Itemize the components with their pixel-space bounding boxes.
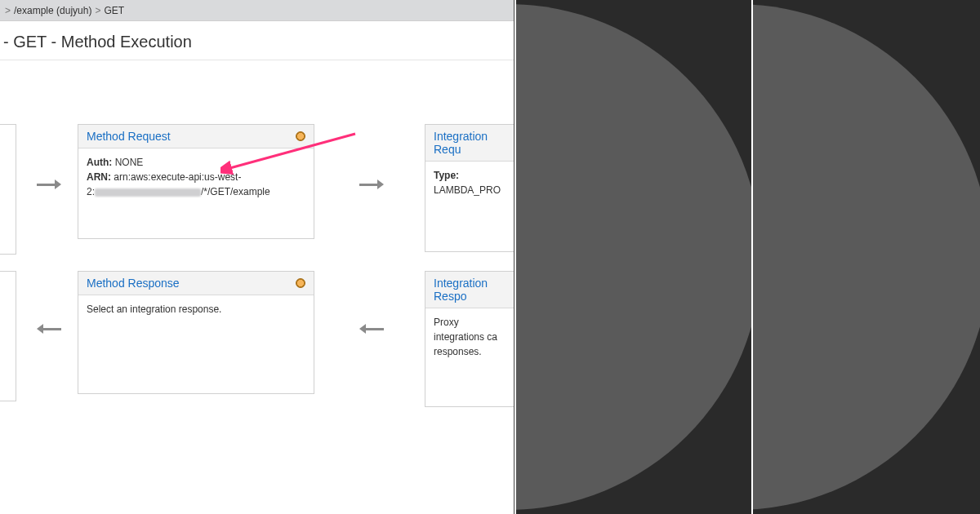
arn-prefix: arn:aws:execute-api:us-west-: [114, 171, 241, 183]
auth-value: NONE: [115, 157, 144, 168]
arn-redacted: 2:: [87, 186, 201, 197]
integration-request-card[interactable]: Integration Requ Type: LAMBDA_PRO: [425, 124, 514, 252]
breadcrumb: > /example (dujyuh) > GET: [0, 0, 514, 21]
type-value: LAMBDA_PRO: [434, 184, 501, 196]
breadcrumb-method[interactable]: GET: [104, 5, 124, 16]
breadcrumb-resource[interactable]: /example (dujyuh): [14, 5, 91, 16]
flow-arrow-left-icon: [359, 323, 384, 335]
integration-response-card[interactable]: Integration Respo Proxy integrations ca …: [425, 271, 514, 407]
flow-arrow-right-icon: [359, 179, 384, 190]
client-box-edge: [0, 124, 16, 255]
integration-response-body: Proxy integrations ca responses.: [425, 308, 514, 406]
method-response-body: Select an integration response.: [78, 295, 314, 393]
gear-icon[interactable]: [296, 278, 305, 288]
card-header: Method Request: [78, 125, 314, 148]
method-response-text: Select an integration response.: [87, 304, 221, 315]
auth-label: Auth:: [87, 157, 112, 168]
type-label: Type:: [434, 170, 459, 181]
grey-circle-icon: [751, 4, 980, 510]
flow-arrow-right-icon: [37, 179, 61, 190]
dark-decorative-panel: [751, 0, 980, 514]
grey-circle-icon: [514, 4, 751, 510]
card-title[interactable]: Integration Respo: [434, 277, 506, 303]
card-header: Integration Respo: [425, 272, 514, 308]
flow-arrow-left-icon: [37, 323, 61, 335]
arn-label: ARN:: [87, 171, 111, 183]
breadcrumb-sep: >: [5, 5, 11, 16]
card-title[interactable]: Integration Requ: [434, 130, 506, 156]
card-header: Integration Requ: [425, 125, 514, 162]
method-request-body: Auth: NONE ARN: arn:aws:execute-api:us-w…: [78, 148, 314, 238]
dark-decorative-panel: [514, 0, 751, 514]
card-title[interactable]: Method Request: [87, 130, 171, 143]
api-gateway-panel: > /example (dujyuh) > GET - GET - Method…: [0, 0, 514, 514]
breadcrumb-sep: >: [95, 5, 100, 16]
integration-response-line1: Proxy integrations ca: [434, 315, 506, 344]
card-title[interactable]: Method Response: [87, 277, 180, 290]
integration-request-body: Type: LAMBDA_PRO: [425, 162, 514, 251]
method-request-card[interactable]: Method Request Auth: NONE ARN: arn:aws:e…: [78, 124, 314, 239]
method-response-card[interactable]: Method Response Select an integration re…: [78, 271, 314, 394]
method-execution-diagram: Method Request Auth: NONE ARN: arn:aws:e…: [0, 60, 514, 501]
client-box-edge: [0, 271, 16, 401]
gear-icon[interactable]: [296, 131, 305, 141]
arn-suffix: /*/GET/example: [201, 186, 270, 197]
card-header: Method Response: [78, 272, 314, 295]
integration-response-line2: responses.: [434, 344, 506, 359]
page-title: - GET - Method Execution: [0, 21, 514, 60]
